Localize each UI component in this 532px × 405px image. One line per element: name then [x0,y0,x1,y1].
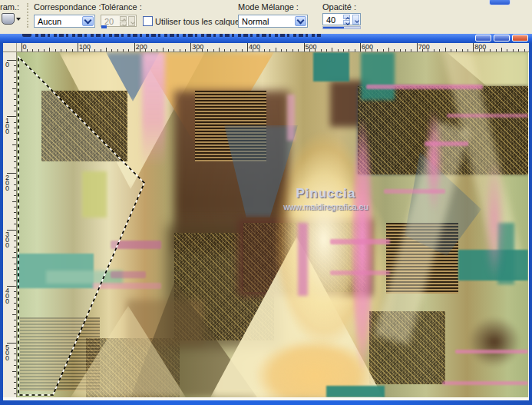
ruler-tick [304,43,305,51]
ruler-tick [14,337,16,337]
ruler-tick [180,49,180,51]
ruler-tick [190,43,191,51]
ruler-tick [14,224,16,224]
ruler-tick [14,388,16,389]
opacity-value: 40 [326,15,335,25]
chevron-glyph [355,18,359,23]
presets-bucket-icon[interactable] [2,13,15,25]
ruler-tick [298,49,299,51]
window-title-text-remnant [35,34,321,37]
ruler-tick [496,49,497,51]
window-icon [22,34,31,37]
selection-overlay [17,52,528,397]
image-window: 0100200300400500600700800 01 0 02 0 03 0… [0,34,532,405]
ruler-tick [12,257,16,258]
slider-dropdown-icon[interactable] [352,15,359,25]
use-all-layers-checkbox[interactable] [143,16,153,26]
ruler-tick [173,49,174,51]
ruler-tick [14,71,16,71]
opacity-progress-fill [323,27,344,28]
ruler-tick [94,49,95,51]
tolerance-label: Tolérance : [101,2,142,12]
ruler-tick [14,252,16,253]
canvas[interactable]: Pinuccia www.maidiregrafica.eu [17,52,528,397]
ruler-tick [14,82,16,83]
ruler-tick [14,331,16,332]
ruler-tick [451,49,451,51]
ruler-tick [14,377,16,377]
ruler-tick [14,274,16,275]
ruler-tick [247,43,248,51]
maximize-button[interactable] [494,35,510,41]
ruler-tick [207,49,208,51]
ruler-tick [355,49,355,51]
ruler-tick [224,49,225,51]
app-window: ram.: Correspondance : Aucun Tolérance :… [0,0,532,405]
ruler-tick [292,49,293,51]
ruler-tick [286,49,287,51]
correspondance-select[interactable]: Aucun [34,15,95,28]
ruler-tick [14,139,16,140]
ruler-tick [61,49,61,51]
ruler-tick [417,43,418,51]
spin-up-icon[interactable] [343,15,350,19]
tolerance-slider-nub[interactable] [101,25,107,28]
ruler-tick [14,190,16,191]
opacity-spinner[interactable]: 40 [322,13,361,25]
ruler-tick [14,291,16,292]
vertical-ruler[interactable]: 01 0 02 0 03 0 04 0 05 0 0 [3,52,17,397]
ruler-tick [14,178,16,179]
ruler-tick [484,49,485,51]
ruler-tick [383,49,384,51]
blend-mode-label: Mode Mélange : [238,2,299,12]
blend-mode-select[interactable]: Normal [238,15,308,28]
spin-up-icon[interactable] [120,16,127,21]
ruler-tick [83,49,84,51]
ruler-label: 0 [5,62,9,68]
ruler-tick [14,128,16,128]
tool-options-toolbar: ram.: Correspondance : Aucun Tolérance :… [0,0,532,35]
blend-mode-value: Normal [242,17,269,26]
presets-label: ram.: [0,2,19,12]
ruler-tick [326,49,327,51]
ruler-tick [405,49,406,51]
ruler-tick [168,49,169,51]
ruler-tick [518,49,519,51]
ruler-tick [14,365,16,366]
minimize-button[interactable] [475,35,491,41]
ruler-tick [163,48,164,51]
presets-dropdown-caret-icon[interactable] [16,18,21,21]
ruler-tick [377,49,378,51]
ruler-tick [14,393,16,394]
ruler-tick [32,49,33,51]
ruler-tick [12,144,16,145]
chevron-glyph [131,20,135,25]
ruler-label: 1 0 0 [5,118,9,134]
ruler-tick [434,49,435,51]
correspondance-value: Aucun [38,17,61,26]
ruler-tick [117,49,118,51]
close-button[interactable] [512,35,528,41]
ruler-tick [14,105,16,106]
ruler-tick [479,49,480,51]
ruler-tick [12,201,16,202]
opacity-progress[interactable] [322,26,361,29]
spin-down-icon[interactable] [120,22,127,26]
ruler-tick [445,48,446,51]
ruler-tick [14,111,16,111]
slider-dropdown-icon[interactable] [128,16,135,26]
ruler-tick [12,314,16,315]
chevron-down-icon[interactable] [82,16,94,26]
ruler-tick [394,49,395,51]
horizontal-ruler[interactable]: 0100200300400500600700800 [17,43,529,52]
ruler-tick [242,49,243,51]
ruler-tick [236,49,236,51]
ruler-tick [372,49,372,51]
ruler-tick [66,49,67,51]
ruler-tick [400,49,401,51]
image-window-content: 0100200300400500600700800 01 0 02 0 03 0… [3,43,529,400]
opacity-label: Opacité : [322,2,356,12]
image-window-titlebar[interactable] [0,34,532,43]
chevron-down-icon[interactable] [295,16,306,26]
spin-down-icon[interactable] [343,20,350,25]
